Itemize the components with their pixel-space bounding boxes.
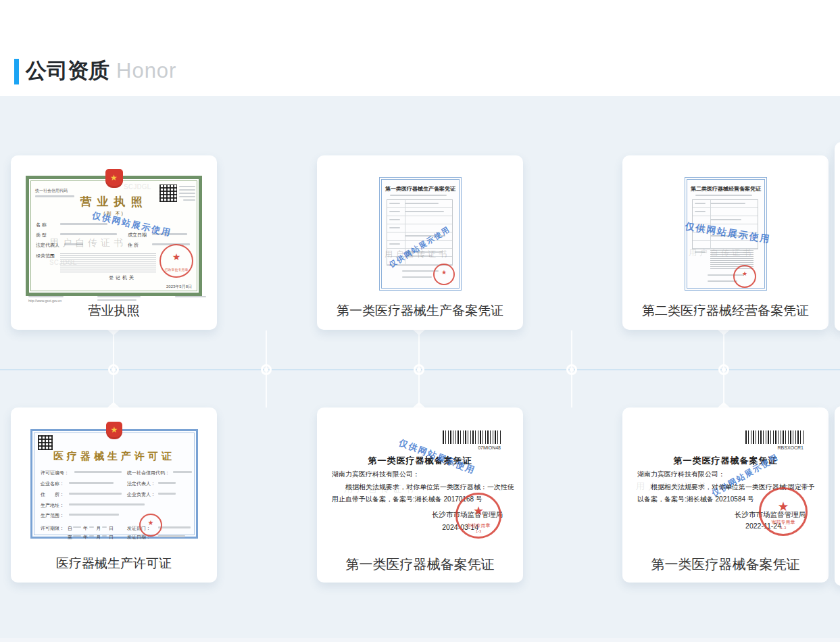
peek-card-next-bottom[interactable] <box>835 406 840 586</box>
redacted-text-lines <box>60 253 156 272</box>
certificate-title: 医疗器械生产许可证 <box>32 450 196 463</box>
watermark-user-upload: 用户自传证书 <box>49 237 126 249</box>
timeline-dot <box>718 364 729 375</box>
card-pointer <box>107 402 120 408</box>
license-date: 2023年5月8日 <box>166 285 192 289</box>
next-section-edge <box>0 638 840 642</box>
certificate-card-class1-record-2024[interactable]: 07MION48 第一类医疗器械备案凭证 仅供网站展示使用 用户自传证书 湖南力… <box>317 408 523 583</box>
uscc-label: 统一社会信用代码 <box>35 189 68 193</box>
barcode-text: 07MION48 <box>443 445 501 450</box>
section-title-en: Honor <box>116 59 176 82</box>
national-emblem-icon <box>106 422 122 439</box>
official-seal: ★ 审核专用章 1-3 <box>455 493 501 539</box>
qr-code <box>38 435 53 450</box>
barcode-text: RBSXOCR1 <box>745 445 804 450</box>
certificate-card-business-license[interactable]: SCJDGL SCJDGL 统一社会信用代码 营业执照 (副 本) 名 称 类 … <box>11 155 217 330</box>
official-seal: ★ <box>139 514 162 537</box>
card-caption: 医疗器械生产许可证 <box>11 555 217 572</box>
section-title-cn: 公司资质 <box>26 59 109 82</box>
certificate-card-class1-production[interactable]: 第一类医疗器械生产备案凭证 仅供网站展示使用 用户自传证书 ★ 第一类医疗器械生… <box>317 155 523 330</box>
peek-card-next-top[interactable] <box>835 142 840 331</box>
card-pointer <box>107 330 120 335</box>
card-pointer <box>413 402 425 408</box>
official-seal: ★ 审核专用章 1-3 <box>759 487 808 536</box>
timeline-dot <box>414 364 424 375</box>
certificate-card-class1-record-2022[interactable]: RBSXOCR1 第一类医疗器械备案凭证 仅供网站展示使用 用户自传证书 湖南力… <box>622 408 829 583</box>
timeline-dot <box>108 364 119 375</box>
recipient-line: 湖南力宾医疗科技有限公司： <box>637 471 725 478</box>
official-seal: ★ <box>433 264 455 285</box>
certificate-title: 第一类医疗器械备案凭证 <box>622 455 829 467</box>
certificate-title: 第一类医疗器械生产备案凭证 <box>382 185 459 193</box>
official-seal: ★ <box>733 265 756 288</box>
certificate-image: 第二类医疗器械经营备案凭证 仅供网站展示使用 用户自传证书 ★ <box>685 177 767 291</box>
national-emblem-icon <box>105 169 123 188</box>
section-title-accent-bar <box>14 59 19 84</box>
card-pointer <box>718 330 730 335</box>
card-caption: 营业执照 <box>11 302 217 320</box>
card-pointer <box>413 330 425 335</box>
certificate-card-production-permit[interactable]: 医疗器械生产许可证 许可证编号： 统一社会信用代码： 企业名称： 法定代表人： … <box>11 408 217 583</box>
card-caption: 第二类医疗器械经营备案凭证 <box>622 302 829 320</box>
card-pointer <box>718 402 730 408</box>
section-title: 公司资质Honor <box>26 57 176 85</box>
card-caption: 第一类医疗器械备案凭证 <box>622 555 829 574</box>
certificate-image: 医疗器械生产许可证 许可证编号： 统一社会信用代码： 企业名称： 法定代表人： … <box>30 429 198 539</box>
watermark-user-upload: 用户自传证书 <box>385 249 449 260</box>
timeline-dot <box>566 364 577 375</box>
card-caption: 第一类医疗器械备案凭证 <box>317 555 523 574</box>
body-line: 以备案，备案号:湘长械备 20210584 号 <box>637 496 754 503</box>
certificate-title: 第二类医疗器械经营备案凭证 <box>687 185 764 193</box>
recipient-line: 湖南力宾医疗科技有限公司： <box>332 471 420 478</box>
certificate-card-class2-operation[interactable]: 第二类医疗器械经营备案凭证 仅供网站展示使用 用户自传证书 ★ 第二类医疗器械经… <box>622 155 829 330</box>
watermark-user-upload: 用户自传证书 <box>689 247 753 259</box>
company-honor-page: 公司资质Honor SCJDGL SCJDGL 统一社会信用代码 营业执照 <box>0 0 840 642</box>
official-seal: ★ 行政审批专用章 <box>159 244 193 278</box>
barcode <box>443 430 501 444</box>
license-title: 营业执照 <box>29 194 199 209</box>
body-line: 根据相关法规要求，对你单位第一类医疗器械：一次性使 <box>345 484 514 491</box>
certificate-image: 第一类医疗器械生产备案凭证 仅供网站展示使用 用户自传证书 ★ <box>379 177 462 291</box>
timeline-dot <box>261 364 272 375</box>
card-caption: 第一类医疗器械生产备案凭证 <box>317 302 523 320</box>
business-license-image: SCJDGL SCJDGL 统一社会信用代码 营业执照 (副 本) 名 称 类 … <box>26 176 202 296</box>
barcode <box>745 430 804 444</box>
